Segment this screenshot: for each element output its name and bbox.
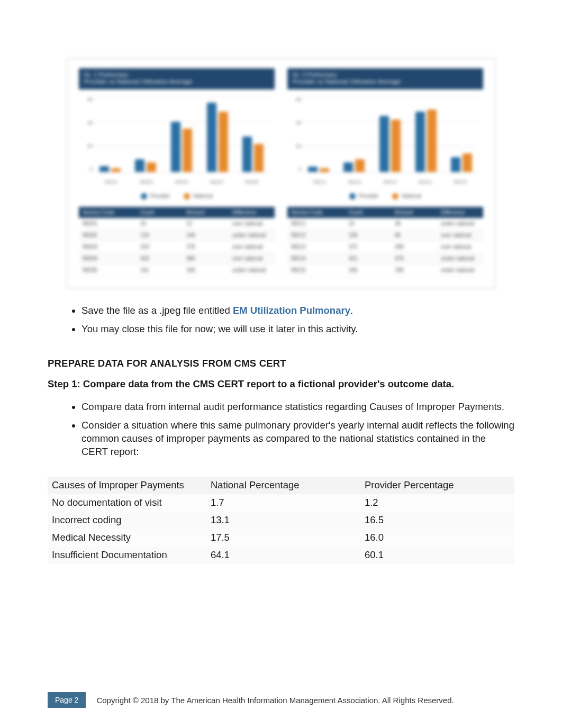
step-heading: Step 1: Compare data from the CMS CERT r…	[48, 378, 514, 391]
bullet-text-suffix: .	[350, 305, 353, 316]
chart-title-line2: Provider vs National Utilization Average	[293, 78, 478, 85]
list-item: Consider a situation where this same pul…	[81, 419, 514, 459]
chart-title-line1: Dr. 2 Pulmonary	[293, 71, 478, 78]
document-content: Save the file as a .jpeg file entitled E…	[48, 304, 514, 564]
document-page: Dr. 1 Pulmonary Provider vs National Uti…	[0, 0, 562, 728]
chart-legend: Provider National	[287, 190, 483, 207]
mini-table-header: Service Code Count Amount Difference	[79, 207, 275, 218]
copyright-text: Copyright © 2018 by The American Health …	[96, 696, 454, 705]
mini-table-body: 992112230under national 9921210996over n…	[287, 218, 483, 276]
page-footer: Page 2 Copyright © 2018 by The American …	[48, 692, 514, 708]
legend-item-provider: Provider	[359, 193, 378, 199]
table-row: Insufficient Documentation 64.1 60.1	[48, 547, 514, 564]
legend-item-provider: Provider	[150, 193, 170, 199]
bullet-list-top: Save the file as a .jpeg file entitled E…	[48, 304, 514, 336]
x-axis-labels: 9920199202992039920499205	[94, 179, 269, 185]
chart-title-line1: Dr. 1 Pulmonary	[84, 71, 269, 78]
y-axis: 6040200	[289, 97, 301, 172]
mini-table-body: 992011512over national 99202118140under …	[79, 218, 275, 276]
list-item: You may close this file for now; we will…	[81, 323, 514, 336]
chart-left: Dr. 1 Pulmonary Provider vs National Uti…	[79, 68, 275, 276]
table-header-row: Causes of Improper Payments National Per…	[48, 477, 514, 494]
bullet-text: Compare data from internal audit perform…	[81, 401, 504, 412]
chart-title-line2: Provider vs National Utilization Average	[84, 78, 269, 85]
table-header-cell: Provider Percentage	[360, 477, 514, 494]
bullet-text: You may close this file for now; we will…	[81, 323, 358, 334]
chart-legend: Provider National	[79, 190, 275, 207]
bullet-list-step: Compare data from internal audit perform…	[48, 401, 514, 459]
table-row: Incorrect coding 13.1 16.5	[48, 512, 514, 529]
chart-canvas: 6040200	[79, 89, 275, 190]
legend-item-national: National	[193, 193, 213, 199]
table-header-cell: National Percentage	[206, 477, 360, 494]
section-heading: PREPARE DATA FOR ANALYSIS FROM CMS CERT	[48, 357, 514, 370]
bullet-text: Consider a situation where this same pul…	[81, 420, 514, 457]
chart-title: Dr. 2 Pulmonary Provider vs National Uti…	[287, 68, 483, 89]
chart-right: Dr. 2 Pulmonary Provider vs National Uti…	[287, 68, 483, 276]
table-row: Medical Necessity 17.5 16.0	[48, 529, 514, 547]
chart-title: Dr. 1 Pulmonary Provider vs National Uti…	[79, 68, 275, 89]
table-header-cell: Causes of Improper Payments	[48, 477, 206, 494]
bullet-text-prefix: Save the file as a .jpeg file entitled	[81, 305, 233, 316]
list-item: Compare data from internal audit perform…	[81, 401, 514, 414]
x-axis-labels: 9921199212992139921499215	[302, 179, 478, 185]
list-item: Save the file as a .jpeg file entitled E…	[81, 304, 514, 317]
causes-table: Causes of Improper Payments National Per…	[48, 477, 514, 564]
table-row: No documentation of visit 1.7 1.2	[48, 494, 514, 512]
highlighted-filename: EM Utilization Pulmonary	[233, 305, 350, 316]
mini-table-header: Service Code Count Amount Difference	[287, 207, 483, 218]
plot-area	[302, 97, 478, 172]
page-number-badge: Page 2	[48, 692, 86, 708]
legend-item-national: National	[402, 193, 421, 199]
chart-canvas: 6040200	[287, 89, 483, 190]
y-axis: 6040200	[81, 97, 93, 172]
plot-area	[94, 97, 269, 172]
figure-panel: Dr. 1 Pulmonary Provider vs National Uti…	[67, 58, 495, 288]
